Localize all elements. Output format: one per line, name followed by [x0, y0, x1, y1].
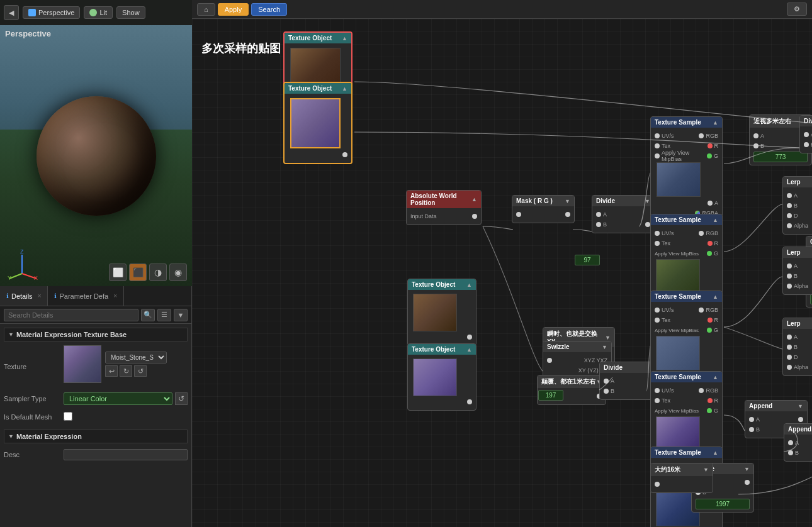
texture-sample-node-1[interactable]: Texture Sample ▲ UV/s RGB Tex — [650, 116, 723, 222]
search-button[interactable]: 🔍 — [141, 309, 155, 321]
ts3-uv-pin: UV/s — [655, 307, 674, 313]
texture-name-section: Moist_Stone_S ↩ ↻ ↺ — [105, 352, 167, 377]
viewport-icon-wireframe[interactable]: ⬜ — [109, 264, 127, 281]
toolbar-search-btn[interactable]: Search — [251, 3, 287, 16]
lerp3-header: Lerp ▼ — [783, 318, 812, 329]
ts5-header: Texture Sample ▲ — [651, 447, 722, 458]
lerp1-a-pin: A — [787, 192, 798, 199]
texture-name-select[interactable]: Moist_Stone_S — [105, 352, 167, 363]
divide-node-1[interactable]: Divide ▼ A B — [592, 195, 655, 233]
is-default-mesh-checkbox[interactable] — [64, 412, 72, 421]
awp-out-pin — [472, 214, 477, 219]
section-material-expr-header[interactable]: ▼ Material Expression — [4, 430, 188, 443]
div-bot-out-pin — [745, 480, 750, 485]
sampler-type-select[interactable]: Linear Color — [64, 392, 172, 405]
viewport-back-btn[interactable]: ◀ — [4, 5, 19, 20]
lerp2-b-row: B — [787, 272, 812, 280]
perspective-label: Perspective — [5, 29, 51, 38]
absolute-world-position-node[interactable]: Absolute World Position ▲ Input Data — [406, 190, 482, 225]
tab-parameter[interactable]: ℹ Parameter Defa × — [48, 286, 124, 306]
desc-row: Desc — [4, 447, 188, 462]
div-tr-b-row: B — [804, 140, 812, 149]
to3-thumb — [413, 294, 457, 331]
ts4-rgb-pin: RGB — [699, 387, 718, 394]
div-tr-header: Divide ▼ — [800, 116, 812, 126]
filter-button[interactable]: ▼ — [174, 309, 188, 321]
texture-object-node-4[interactable]: Texture Object ▲ — [407, 343, 476, 411]
ts3-uv-row: UV/s RGB — [655, 306, 718, 314]
viewport-icon-light[interactable]: ◉ — [169, 264, 187, 281]
pin-to3-out — [467, 335, 472, 340]
lerp3-a-row: A — [787, 333, 812, 341]
append-node-2[interactable]: Append ▼ A B — [784, 423, 812, 462]
mask-out-pin — [565, 212, 570, 217]
param-tab-close[interactable]: × — [113, 292, 117, 299]
lerp2-b-pin: B — [787, 273, 798, 279]
viewport-show-btn[interactable]: Show — [116, 6, 145, 19]
toolbar-apply-btn[interactable]: Apply — [218, 3, 249, 16]
pin-div1-a-in — [596, 212, 601, 217]
ts3-rgb-pin: RGB — [699, 307, 718, 313]
texture-object-node-2[interactable]: Texture Object ▲ — [283, 82, 352, 164]
search-details-input[interactable] — [4, 309, 138, 321]
pin-lerp1-alpha — [787, 223, 792, 228]
desc-label: Desc — [4, 451, 64, 458]
div1-b-row: B — [596, 220, 650, 229]
pin-ts2-uv — [655, 231, 660, 236]
pin-lerp2-alpha — [787, 284, 792, 289]
pin-ts1-uv — [655, 133, 660, 138]
texture-object-node-3[interactable]: Texture Object ▲ — [407, 279, 476, 346]
left-panel: ◀ Perspective Lit Show Perspective — [0, 0, 192, 527]
search-bar: 🔍 ☰ ▼ — [0, 306, 191, 324]
viewport-icon-material[interactable]: ◑ — [149, 264, 167, 281]
lerp-node-3[interactable]: Lerp ▼ A B — [782, 318, 812, 376]
ts4-tex-pin: Tex — [655, 397, 670, 404]
ts1-uv-pin: UV/s — [655, 133, 674, 139]
pin-ts1-g — [707, 153, 712, 158]
mask-row — [516, 210, 570, 219]
lerp-node-2[interactable]: Lerp ▼ A B — [782, 247, 812, 295]
pin-mask-in — [516, 212, 521, 217]
ts3-tex-row: Tex R — [655, 316, 718, 325]
pin-tex-2 — [342, 152, 347, 157]
is-default-mesh-label: Is Default Mesh — [4, 413, 64, 421]
input-data-label: Input Data — [410, 213, 437, 219]
ts1-r-pin: R — [708, 143, 719, 149]
lerp1-alpha-pin: Alpha — [787, 223, 808, 229]
viewport-icon-solid[interactable]: ⬛ — [129, 264, 147, 281]
svg-text:Z: Z — [20, 248, 24, 255]
lerp3-b-row: B — [787, 343, 812, 352]
details-tab-close[interactable]: × — [38, 292, 42, 299]
ts4-uv-row: UV/s RGB — [655, 386, 718, 395]
ts1-a-row: A — [655, 199, 718, 208]
lerp-node-1[interactable]: Lerp ▼ A B — [782, 176, 812, 235]
lerp2-body: A B Alpha — [783, 258, 812, 294]
sampler-reset-btn[interactable]: ↺ — [175, 392, 188, 405]
pin-lerp1-b — [787, 203, 792, 208]
pin-lerp2-a — [787, 264, 792, 269]
viewport-lit-btn[interactable]: Lit — [84, 6, 113, 19]
texture-back-btn[interactable]: ↩ — [105, 365, 118, 377]
graph-canvas[interactable]: 多次采样的贴图 Texture Object ▲ Texture Object … — [192, 19, 812, 527]
mask-rg-node[interactable]: Mask ( R G ) ▼ — [512, 195, 575, 223]
texture-sync-btn[interactable]: ↻ — [120, 365, 132, 377]
div2-b-pin: B — [604, 388, 614, 394]
pin-size16m — [655, 482, 660, 487]
toolbar-settings-btn[interactable]: ⚙ — [787, 3, 807, 16]
pin-swizzle-in — [547, 358, 552, 363]
div-tr-b-pin: B — [804, 141, 812, 148]
view-options-button[interactable]: ☰ — [157, 309, 171, 321]
texture-reset-btn[interactable]: ↺ — [134, 365, 147, 377]
value-197: 197 — [538, 390, 563, 401]
desc-input[interactable] — [64, 449, 188, 460]
lerp2-alpha-pin: Alpha — [787, 283, 808, 289]
lerp3-b-pin: B — [787, 344, 798, 350]
app2-a-pin: A — [788, 440, 799, 446]
divide-node-tr[interactable]: Divide ▼ A B — [799, 115, 812, 153]
size-16m-node[interactable]: 大约16米 ▼ — [650, 463, 713, 493]
viewport-perspective-btn[interactable]: Perspective — [23, 6, 80, 19]
graph-toolbar: ⌂ Apply Search ⚙ — [192, 0, 812, 19]
toolbar-home-btn[interactable]: ⌂ — [197, 3, 215, 16]
section-texture-base-header[interactable]: ▼ Material Expression Texture Base — [4, 328, 188, 341]
tab-details[interactable]: ℹ Details × — [0, 286, 48, 306]
